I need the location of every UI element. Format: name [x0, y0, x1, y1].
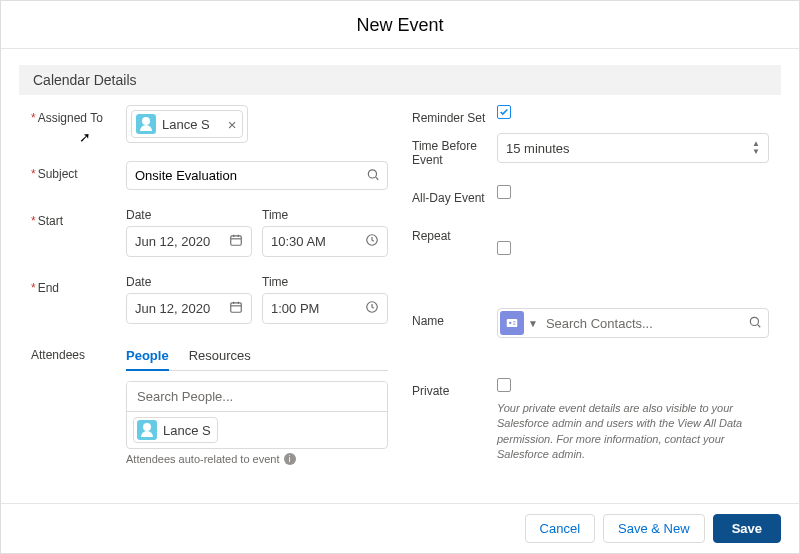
repeat-checkbox[interactable]: [497, 241, 511, 255]
form-grid: Assigned To Lance S × Subject: [1, 105, 799, 483]
all-day-checkbox[interactable]: [497, 185, 511, 199]
attendee-item[interactable]: Lance S: [127, 412, 387, 448]
svg-line-1: [376, 177, 379, 180]
label-reminder: Reminder Set: [412, 105, 497, 125]
end-time-value: 1:00 PM: [271, 301, 319, 316]
row-attendees: Attendees People Resources Lance S: [31, 342, 388, 465]
row-repeat: Repeat: [412, 223, 769, 258]
row-reminder: Reminder Set: [412, 105, 769, 125]
label-end: End: [31, 275, 126, 295]
row-end: End Date Jun 12, 2020: [31, 275, 388, 324]
svg-point-16: [750, 317, 758, 325]
section-calendar-details: Calendar Details: [19, 65, 781, 95]
info-icon[interactable]: i: [284, 453, 296, 465]
calendar-icon: [229, 233, 243, 250]
attendee-name: Lance S: [163, 423, 211, 438]
subject-lookup[interactable]: [126, 161, 388, 190]
end-time-input[interactable]: 1:00 PM: [262, 293, 388, 324]
row-name: Name ▼: [412, 308, 769, 338]
attendee-search-input[interactable]: [127, 382, 387, 412]
left-column: Assigned To Lance S × Subject: [31, 105, 388, 483]
name-search-input[interactable]: [542, 312, 748, 335]
label-attendees: Attendees: [31, 342, 126, 362]
new-event-modal: New Event ➚ Calendar Details Assigned To…: [0, 0, 800, 554]
time-before-value: 15 minutes: [506, 141, 570, 156]
start-time-value: 10:30 AM: [271, 234, 326, 249]
end-time-label: Time: [262, 275, 388, 289]
end-date-input[interactable]: Jun 12, 2020: [126, 293, 252, 324]
calendar-icon: [229, 300, 243, 317]
assigned-to-pill[interactable]: Lance S ×: [131, 110, 243, 138]
label-time-before: Time Before Event: [412, 133, 497, 167]
tab-people[interactable]: People: [126, 342, 169, 371]
modal-footer: Cancel Save & New Save: [1, 503, 799, 553]
search-icon[interactable]: [748, 315, 762, 332]
label-all-day: All-Day Event: [412, 185, 497, 205]
assigned-to-name: Lance S: [162, 117, 210, 132]
label-private: Private: [412, 378, 497, 398]
row-start: Start Date Jun 12, 2020: [31, 208, 388, 257]
search-icon[interactable]: [366, 167, 380, 184]
svg-line-17: [758, 324, 761, 327]
contact-type-icon[interactable]: [500, 311, 524, 335]
label-start: Start: [31, 208, 126, 228]
label-assigned-to: Assigned To: [31, 105, 126, 125]
svg-point-0: [368, 169, 376, 177]
start-date-label: Date: [126, 208, 252, 222]
svg-rect-7: [231, 303, 242, 312]
name-lookup[interactable]: ▼: [497, 308, 769, 338]
svg-rect-2: [231, 236, 242, 245]
row-all-day: All-Day Event: [412, 185, 769, 205]
start-date-value: Jun 12, 2020: [135, 234, 210, 249]
label-subject: Subject: [31, 161, 126, 181]
row-assigned-to: Assigned To Lance S ×: [31, 105, 388, 143]
right-column: Reminder Set Time Before Event 15 minute…: [412, 105, 769, 483]
assigned-to-field[interactable]: Lance S ×: [126, 105, 248, 143]
reminder-checkbox[interactable]: [497, 105, 511, 119]
clock-icon: [365, 300, 379, 317]
stepper-icon[interactable]: ▲▼: [752, 140, 760, 156]
clock-icon: [365, 233, 379, 250]
svg-rect-12: [507, 319, 518, 327]
contact-icon: [136, 114, 156, 134]
start-time-label: Time: [262, 208, 388, 222]
start-time-input[interactable]: 10:30 AM: [262, 226, 388, 257]
cancel-button[interactable]: Cancel: [525, 514, 595, 543]
save-button[interactable]: Save: [713, 514, 781, 543]
chevron-down-icon[interactable]: ▼: [524, 318, 542, 329]
private-hint: Your private event details are also visi…: [497, 401, 769, 463]
end-date-label: Date: [126, 275, 252, 289]
attendee-tabs: People Resources: [126, 342, 388, 371]
end-date-value: Jun 12, 2020: [135, 301, 210, 316]
time-before-select[interactable]: 15 minutes ▲▼: [497, 133, 769, 163]
private-checkbox[interactable]: [497, 378, 511, 392]
start-date-input[interactable]: Jun 12, 2020: [126, 226, 252, 257]
close-icon[interactable]: ×: [228, 116, 237, 133]
label-name: Name: [412, 308, 497, 328]
attendee-helper: Attendees auto-related to event i: [126, 453, 388, 465]
row-private: Private Your private event details are a…: [412, 378, 769, 463]
modal-title: New Event: [1, 1, 799, 48]
row-subject: Subject: [31, 161, 388, 190]
form-scroll[interactable]: Calendar Details Assigned To Lance S ×: [1, 49, 799, 503]
save-and-new-button[interactable]: Save & New: [603, 514, 705, 543]
row-time-before: Time Before Event 15 minutes ▲▼: [412, 133, 769, 167]
svg-point-13: [509, 322, 511, 324]
contact-icon: [137, 420, 157, 440]
tab-resources[interactable]: Resources: [189, 342, 251, 370]
label-repeat: Repeat: [412, 223, 497, 243]
subject-input[interactable]: [126, 161, 388, 190]
attendee-box: Lance S: [126, 381, 388, 449]
